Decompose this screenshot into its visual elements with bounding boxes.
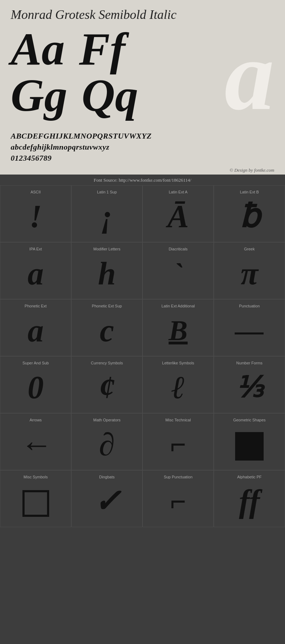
glyph-character: h bbox=[98, 254, 116, 293]
glyph-character: ! bbox=[29, 197, 42, 236]
glyph-cell: ASCII! bbox=[0, 185, 71, 242]
letter-pair-aa: Aa bbox=[11, 26, 65, 72]
alphabet-section: ABCDEFGHIJKLMNOPQRSTUVWXYZ abcdefghijklm… bbox=[0, 129, 285, 165]
glyph-character: ∂ bbox=[99, 425, 115, 464]
glyph-character: c bbox=[100, 311, 114, 350]
glyph-character: ⌐ bbox=[170, 425, 186, 464]
alphabet-upper: ABCDEFGHIJKLMNOPQRSTUVWXYZ bbox=[11, 131, 274, 142]
glyph-cell: Arrows← bbox=[0, 413, 71, 470]
glyph-character: B bbox=[169, 311, 187, 350]
glyph-character: ⌐ bbox=[170, 482, 186, 521]
glyph-character: a bbox=[28, 311, 44, 350]
glyph-label: Dingbats bbox=[99, 475, 114, 479]
glyph-label: Geometric Shapes bbox=[233, 418, 265, 422]
glyph-cell: Dingbats✓ bbox=[71, 470, 142, 527]
glyph-character: ` bbox=[173, 254, 183, 293]
glyph-label: IPA Ext bbox=[29, 247, 42, 251]
glyph-label: Math Operators bbox=[93, 418, 120, 422]
glyph-character: ƀ bbox=[239, 197, 260, 236]
letter-pair-qq: Qq bbox=[82, 72, 138, 118]
glyph-character: ✓ bbox=[94, 482, 120, 521]
glyph-cell: IPA Exta bbox=[0, 242, 71, 299]
glyph-cell: Super And Sub0 bbox=[0, 356, 71, 413]
source-url-bar: Font Source: http://www.fontke.com/font/… bbox=[0, 175, 285, 185]
glyph-label: Latin Ext B bbox=[240, 190, 259, 194]
glyph-character: ¡ bbox=[100, 197, 113, 236]
digits: 0123456789 bbox=[11, 153, 274, 164]
glyph-character: ⅓ bbox=[235, 368, 263, 407]
glyph-label: Super And Sub bbox=[22, 361, 49, 365]
glyph-label: Currency Symbols bbox=[91, 361, 123, 365]
glyph-cell: Alphabetic PFff bbox=[214, 470, 285, 527]
glyph-label: Diacriticals bbox=[169, 247, 187, 251]
glyph-cell: Math Operators∂ bbox=[71, 413, 142, 470]
glyph-cell: Greekπ bbox=[214, 242, 285, 299]
glyph-cell: Diacriticals` bbox=[142, 242, 214, 299]
glyph-character: ¢ bbox=[99, 368, 115, 407]
glyph-grid: ASCII!Latin 1 Sup¡Latin Ext AĀLatin Ext … bbox=[0, 185, 285, 527]
preview-section: Monrad Grotesk Semibold Italic Aa Ff Gg … bbox=[0, 0, 285, 129]
glyph-label: Misc Symbols bbox=[24, 475, 48, 479]
glyph-cell: Misc Technical⌐ bbox=[142, 413, 214, 470]
glyph-label: ASCII bbox=[31, 190, 41, 194]
glyph-character: ff bbox=[239, 482, 260, 521]
glyph-character: 0 bbox=[28, 368, 44, 407]
glyph-label: Punctuation bbox=[239, 304, 260, 308]
glyph-cell: Letterlike Symbolsℓ bbox=[142, 356, 214, 413]
glyph-cell: Latin Ext AdditionalB bbox=[142, 299, 214, 356]
letter-demo: Aa Ff Gg Qq a bbox=[11, 26, 274, 125]
glyph-character: π bbox=[240, 254, 258, 293]
letter-pair-gg: Gg bbox=[11, 72, 67, 118]
source-url: Font Source: http://www.fontke.com/font/… bbox=[94, 177, 191, 183]
glyph-cell: Latin Ext AĀ bbox=[142, 185, 214, 242]
glyph-character: ← bbox=[20, 425, 52, 464]
glyph-label: Number Forms bbox=[236, 361, 262, 365]
glyph-character: ℓ bbox=[171, 368, 185, 407]
glyph-label: Phonetic Ext Sup bbox=[92, 304, 122, 308]
glyph-cell: Geometric Shapes bbox=[214, 413, 285, 470]
glyph-label: Letterlike Symbols bbox=[162, 361, 194, 365]
glyph-cell: Sup Punctuation⌐ bbox=[142, 470, 214, 527]
glyph-character: — bbox=[235, 311, 264, 350]
glyph-cell: Phonetic Ext Supc bbox=[71, 299, 142, 356]
glyph-label: Greek bbox=[244, 247, 255, 251]
glyph-label: Latin Ext A bbox=[169, 190, 188, 194]
glyph-label: Misc Technical bbox=[165, 418, 191, 422]
glyph-cell: Phonetic Exta bbox=[0, 299, 71, 356]
copyright-text: © Design by fontke.com bbox=[230, 167, 274, 173]
glyph-label: Sup Punctuation bbox=[164, 475, 193, 479]
alphabet-lower: abcdefghijklmnopqrstuvwxyz bbox=[11, 142, 274, 153]
glyph-cell: Latin 1 Sup¡ bbox=[71, 185, 142, 242]
letter-pair-ff: Ff bbox=[79, 26, 125, 72]
glyph-character: Ā bbox=[167, 197, 189, 236]
source-bar: © Design by fontke.com bbox=[0, 165, 285, 175]
glyph-character bbox=[22, 482, 49, 521]
glyph-label: Arrows bbox=[30, 418, 42, 422]
glyph-cell: Latin Ext Bƀ bbox=[214, 185, 285, 242]
glyph-cell: Punctuation— bbox=[214, 299, 285, 356]
glyph-character: a bbox=[28, 254, 44, 293]
glyph-label: Latin Ext Additional bbox=[161, 304, 195, 308]
glyph-label: Latin 1 Sup bbox=[97, 190, 117, 194]
glyph-label: Modifier Letters bbox=[93, 247, 120, 251]
glyph-label: Alphabetic PF bbox=[237, 475, 261, 479]
glyph-label: Phonetic Ext bbox=[25, 304, 47, 308]
glyph-cell: Modifier Lettersh bbox=[71, 242, 142, 299]
glyph-cell: Number Forms⅓ bbox=[214, 356, 285, 413]
big-letter-a: a bbox=[224, 26, 274, 125]
glyph-cell: Misc Symbols bbox=[0, 470, 71, 527]
glyph-character bbox=[235, 425, 264, 464]
glyph-cell: Currency Symbols¢ bbox=[71, 356, 142, 413]
